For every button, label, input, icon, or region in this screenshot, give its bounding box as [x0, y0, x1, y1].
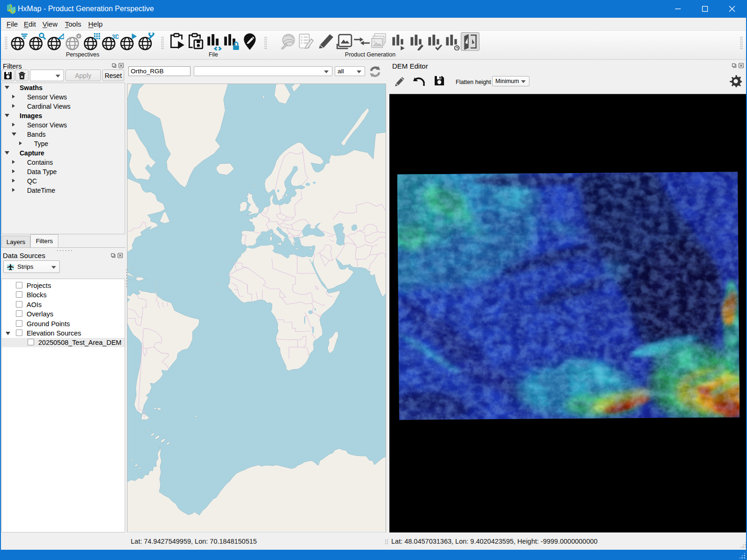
svg-text:3D: 3D [112, 33, 119, 40]
